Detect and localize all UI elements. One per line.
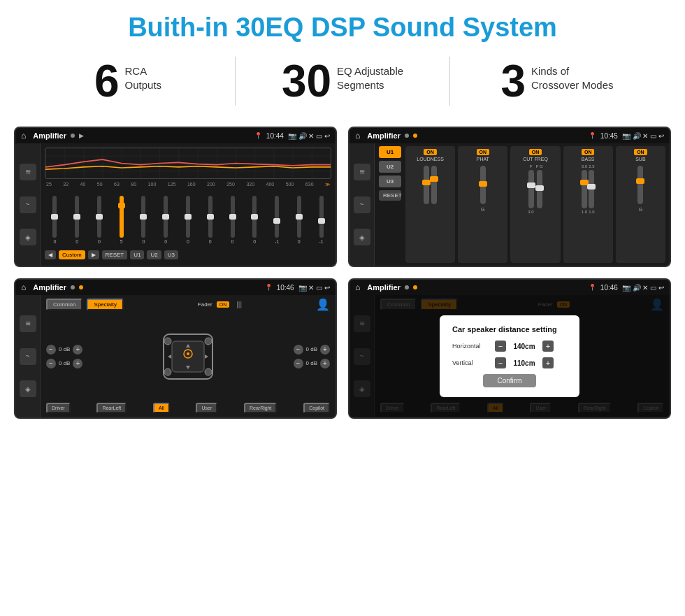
stat-label-crossover: Kinds ofCrossover Modes <box>531 59 614 92</box>
right-db-val-1: 0 dB <box>306 346 317 352</box>
crossover-sidebar-wave-icon[interactable]: ~ <box>354 196 370 213</box>
rear-left-btn[interactable]: RearLeft <box>96 403 127 413</box>
svg-marker-8 <box>205 354 208 359</box>
eq-sidebar-wave-icon[interactable]: ~ <box>20 196 36 213</box>
eq-prev-btn[interactable]: ◀ <box>45 250 56 259</box>
crossover-unit-btns: U1 U2 U3 RESET <box>379 146 401 263</box>
eq-slider-7[interactable]: 0 <box>178 196 199 244</box>
sub-label: SUB <box>635 157 645 162</box>
stat-number-rca: 6 <box>94 59 120 103</box>
eq-slider-13[interactable]: -1 <box>311 196 331 244</box>
sub-slider[interactable] <box>637 166 643 204</box>
fader-sidebar-eq-icon[interactable]: ≋ <box>20 315 36 332</box>
right-plus-2[interactable]: + <box>320 359 330 368</box>
left-minus-1[interactable]: − <box>46 345 56 354</box>
fader-user-icon[interactable]: 👤 <box>316 298 330 311</box>
cutfreq-slider-fg[interactable] <box>537 170 542 208</box>
vertical-row: Vertical − 110cm + <box>452 357 567 368</box>
fader-on-badge[interactable]: ON <box>217 301 230 308</box>
loudness-slider[interactable] <box>424 166 429 204</box>
confirm-button[interactable]: Confirm <box>483 374 535 387</box>
eq-play-btn[interactable]: ▶ <box>88 250 99 259</box>
eq-slider-9[interactable]: 0 <box>222 196 243 244</box>
eq-sidebar-speaker-icon[interactable]: ◈ <box>20 229 36 245</box>
right-plus-1[interactable]: + <box>320 345 330 354</box>
eq-sidebar-eq-icon[interactable]: ≋ <box>20 164 36 180</box>
dialog-title: Car speaker distance setting <box>452 325 567 334</box>
eq-slider-1[interactable]: 0 <box>45 196 65 244</box>
fader-common-tab[interactable]: Common <box>46 299 82 310</box>
fader-top: Common Specialty Fader ON ||| 👤 <box>46 298 330 311</box>
crossover-sidebar-eq-icon[interactable]: ≋ <box>354 164 370 180</box>
crossover-sidebar-speaker-icon[interactable]: ◈ <box>354 229 370 245</box>
u2-btn[interactable]: U2 <box>379 161 401 173</box>
cutfreq-slider-f[interactable] <box>528 170 534 208</box>
fader-sidebar-speaker-icon[interactable]: ◈ <box>20 380 36 397</box>
eq-dot1 <box>71 134 75 138</box>
left-plus-2[interactable]: + <box>73 359 82 368</box>
stat-label-eq: EQ AdjustableSegments <box>337 59 403 92</box>
eq-slider-2[interactable]: 0 <box>67 196 87 244</box>
fader-screen-title: Amplifier <box>33 283 66 292</box>
vertical-plus-btn[interactable]: + <box>542 357 554 368</box>
eq-slider-4[interactable]: 5 <box>111 196 131 244</box>
horizontal-minus-btn[interactable]: − <box>495 341 506 352</box>
vertical-label: Vertical <box>452 359 491 366</box>
loudness-slider2[interactable] <box>431 166 437 204</box>
left-db-val-2: 0 dB <box>59 360 70 366</box>
eq-u2-btn[interactable]: U2 <box>147 250 161 259</box>
user-btn[interactable]: User <box>196 403 217 413</box>
left-minus-2[interactable]: − <box>46 359 56 368</box>
crossover-home-icon[interactable]: ⌂ <box>355 131 360 141</box>
dialog-time: 10:46 <box>600 284 618 292</box>
sub-on[interactable]: ON <box>634 149 647 155</box>
cutfreq-on[interactable]: ON <box>529 149 542 155</box>
fader-sidebar-wave-icon[interactable]: ~ <box>20 348 36 365</box>
phat-panel: ON PHAT G <box>458 146 507 263</box>
all-btn[interactable]: All <box>153 403 170 413</box>
rear-right-btn[interactable]: RearRight <box>244 403 277 413</box>
bass-on[interactable]: ON <box>582 149 595 155</box>
eq-location-icon: 📍 <box>254 132 262 139</box>
u1-btn[interactable]: U1 <box>379 146 401 158</box>
loudness-panel: ON LOUDNESS <box>405 146 455 263</box>
eq-slider-6[interactable]: 0 <box>156 196 176 244</box>
crossover-reset-btn[interactable]: RESET <box>379 190 401 201</box>
horizontal-plus-btn[interactable]: + <box>542 341 554 352</box>
eq-u3-btn[interactable]: U3 <box>164 250 178 259</box>
eq-slider-11[interactable]: -1 <box>267 196 287 244</box>
left-plus-1[interactable]: + <box>73 345 82 354</box>
phat-slider[interactable] <box>480 166 486 204</box>
eq-reset-btn[interactable]: RESET <box>102 250 128 259</box>
driver-btn[interactable]: Driver <box>46 403 71 413</box>
u3-btn[interactable]: U3 <box>379 176 401 187</box>
vertical-minus-btn[interactable]: − <box>495 357 506 368</box>
screens-grid: ⌂ Amplifier ▶ 📍 10:44 📷 🔊 ✕ ▭ ↩ ≋ ~ ◈ <box>0 120 685 433</box>
eq-slider-8[interactable]: 0 <box>200 196 220 244</box>
dialog-dot1 <box>405 285 409 289</box>
bass-slider2[interactable] <box>589 170 594 208</box>
right-minus-1[interactable]: − <box>294 345 303 354</box>
right-minus-2[interactable]: − <box>294 359 303 368</box>
loudness-on[interactable]: ON <box>424 149 437 155</box>
loudness-label: LOUDNESS <box>417 157 444 162</box>
eq-slider-10[interactable]: 0 <box>245 196 265 244</box>
home-icon[interactable]: ⌂ <box>21 131 26 141</box>
phat-on[interactable]: ON <box>477 149 490 155</box>
eq-custom-btn[interactable]: Custom <box>59 250 85 259</box>
eq-u1-btn[interactable]: U1 <box>130 250 144 259</box>
left-db-2: − 0 dB + <box>46 359 82 368</box>
crossover-dot2 <box>413 134 417 138</box>
eq-graph <box>45 148 331 179</box>
eq-slider-3[interactable]: 0 <box>89 196 110 244</box>
dialog-screen-title: Amplifier <box>367 283 401 292</box>
bass-panel: ON BASS 3.0 1.0 2.5 1.0 <box>563 146 613 263</box>
bass-slider1[interactable] <box>582 170 587 208</box>
fader-home-icon[interactable]: ⌂ <box>21 282 26 292</box>
eq-slider-5[interactable]: 0 <box>134 196 154 244</box>
dialog-home-icon[interactable]: ⌂ <box>355 282 360 292</box>
copilot-btn[interactable]: Copilot <box>303 403 330 413</box>
right-db-2: − 0 dB + <box>294 359 330 368</box>
eq-slider-12[interactable]: 0 <box>289 196 309 244</box>
fader-specialty-tab[interactable]: Specialty <box>87 299 123 310</box>
